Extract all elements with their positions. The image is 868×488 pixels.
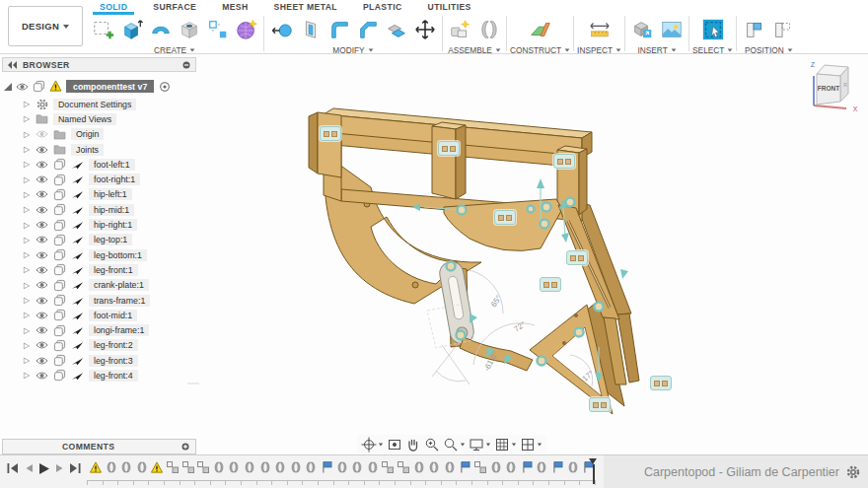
chamfer-icon[interactable]	[353, 16, 382, 44]
pattern-icon[interactable]	[203, 16, 232, 44]
timeline-warn-icon[interactable]	[89, 460, 103, 474]
expand-comments-icon[interactable]	[181, 443, 189, 451]
tree-item-leg-top-1[interactable]: ▷leg-top:1	[2, 233, 196, 247]
tree-item-foot-left-1[interactable]: ▷foot-left:1	[2, 157, 196, 172]
timeline-comp-icon[interactable]	[166, 460, 180, 474]
new-component-icon[interactable]	[446, 16, 474, 44]
eye-icon[interactable]	[36, 188, 48, 201]
create-sketch-icon[interactable]	[89, 16, 117, 44]
fillet-icon[interactable]	[325, 16, 353, 44]
expand-icon[interactable]: ▷	[24, 221, 31, 230]
eye-icon[interactable]	[36, 324, 48, 337]
timeline-comp-icon[interactable]	[397, 460, 410, 474]
root-component-name[interactable]: componenttest v7	[66, 80, 154, 93]
joint-marker-icon[interactable]	[494, 210, 516, 225]
timeline-joint-icon[interactable]	[273, 460, 287, 474]
timeline-joint-icon[interactable]	[350, 460, 364, 474]
eye-icon[interactable]	[36, 219, 48, 232]
joint-icon[interactable]	[474, 16, 503, 44]
browser-panel-header[interactable]: BROWSER	[2, 57, 196, 72]
fit-icon[interactable]	[442, 436, 467, 453]
eye-icon[interactable]	[36, 309, 48, 321]
joint-marker-icon[interactable]	[438, 141, 460, 156]
expand-icon[interactable]: ▷	[24, 100, 31, 108]
tab-utilities[interactable]: UTILITIES	[415, 0, 484, 15]
joint-marker-icon[interactable]	[320, 126, 341, 141]
tab-sheet-metal[interactable]: SHEET METAL	[261, 0, 350, 15]
expand-icon[interactable]: ▷	[24, 265, 31, 274]
expand-icon[interactable]: ▷	[24, 281, 31, 290]
expand-icon[interactable]: ▷	[24, 190, 31, 199]
timeline-comp-icon[interactable]	[381, 460, 395, 474]
tree-item-foot-mid-1[interactable]: ▷foot-mid:1	[2, 308, 196, 322]
timeline-flag-icon[interactable]	[550, 460, 564, 474]
combine-icon[interactable]	[382, 16, 410, 44]
tree-item-foot-right-1[interactable]: ▷foot-right:1	[2, 172, 196, 186]
model-canvas[interactable]	[178, 59, 868, 444]
timeline-joint-icon[interactable]	[443, 460, 457, 474]
pan-icon[interactable]	[404, 436, 422, 453]
eye-icon[interactable]	[16, 80, 29, 93]
create-form-icon[interactable]	[232, 16, 260, 44]
eye-icon[interactable]	[36, 339, 48, 352]
tree-item-hip-left-1[interactable]: ▷hip-left:1	[2, 187, 196, 202]
press-pull-icon[interactable]	[267, 16, 296, 44]
joint-marker-icon[interactable]	[540, 277, 561, 292]
timeline-joint-icon[interactable]	[119, 460, 133, 474]
expand-icon[interactable]: ▷	[24, 205, 31, 214]
tree-item-leg-front-4[interactable]: ▷leg-front:4	[2, 368, 196, 383]
tree-item-crank-plate-1[interactable]: ▷crank-plate:1	[2, 278, 196, 293]
timeline-joint-icon[interactable]	[243, 460, 256, 474]
tab-plastic[interactable]: PLASTIC	[350, 0, 415, 15]
hole-icon[interactable]	[175, 16, 203, 44]
tab-surface[interactable]: SURFACE	[140, 0, 209, 15]
expand-icon[interactable]: ▷	[24, 160, 31, 169]
eye-icon[interactable]	[36, 354, 48, 367]
collapse-panel-icon[interactable]	[8, 61, 18, 69]
browser-root-row[interactable]: componenttest v7	[4, 78, 196, 95]
eye-icon[interactable]	[36, 279, 48, 292]
expand-icon[interactable]: ▷	[24, 175, 31, 184]
timeline-joint-icon[interactable]	[535, 460, 548, 474]
display-settings-icon[interactable]	[468, 436, 492, 453]
model-viewport[interactable]: 65°72°-61.8°17° FRONT R Z X BROWSER	[0, 54, 868, 454]
tree-item-hip-mid-1[interactable]: ▷hip-mid:1	[2, 202, 196, 217]
tree-item-trans-frame-1[interactable]: ▷trans-frame:1	[2, 293, 196, 308]
expand-icon[interactable]: ▷	[24, 114, 31, 123]
timeline-ruler[interactable]	[87, 480, 596, 485]
tree-item-joints[interactable]: ▷Joints	[2, 142, 196, 157]
move-copy-icon[interactable]	[410, 16, 439, 44]
timeline-joint-icon[interactable]	[489, 460, 503, 474]
eye-icon[interactable]	[36, 203, 48, 216]
step-forward-icon[interactable]	[53, 461, 66, 475]
look-at-icon[interactable]	[386, 436, 403, 453]
tree-item-leg-front-3[interactable]: ▷leg-front:3	[2, 353, 196, 368]
expand-icon[interactable]: ▷	[24, 296, 31, 305]
eye-icon[interactable]	[36, 143, 48, 156]
timeline-joint-icon[interactable]	[258, 460, 272, 474]
expand-icon[interactable]: ▷	[24, 311, 31, 319]
timeline-joint-icon[interactable]	[212, 460, 226, 474]
timeline-joint-icon[interactable]	[427, 460, 441, 474]
timeline-joint-icon[interactable]	[366, 460, 380, 474]
joint-marker-icon[interactable]	[650, 376, 672, 390]
expand-icon[interactable]: ▷	[24, 356, 31, 365]
comments-bar[interactable]: COMMENTS	[2, 439, 196, 454]
panel-options-icon[interactable]	[182, 61, 190, 69]
construct-plane-icon[interactable]	[526, 16, 554, 44]
expand-triangle-icon[interactable]	[4, 83, 12, 91]
timeline-comp-icon[interactable]	[181, 460, 195, 474]
eye-icon[interactable]	[36, 234, 48, 246]
timeline-joint-icon[interactable]	[566, 460, 580, 474]
eye-icon[interactable]	[36, 263, 48, 276]
settings-gear-icon[interactable]	[846, 465, 860, 479]
tab-solid[interactable]: SOLID	[87, 0, 140, 15]
tree-item-hip-right-1[interactable]: ▷hip-right:1	[2, 217, 196, 232]
view-cube[interactable]: FRONT R Z X	[801, 57, 862, 114]
viewports-icon[interactable]	[519, 436, 543, 453]
select-icon[interactable]	[698, 16, 727, 44]
expand-icon[interactable]: ▷	[24, 341, 31, 350]
expand-icon[interactable]: ▷	[24, 145, 31, 154]
timeline-joint-icon[interactable]	[227, 460, 241, 474]
timeline-joint-icon[interactable]	[105, 460, 118, 474]
